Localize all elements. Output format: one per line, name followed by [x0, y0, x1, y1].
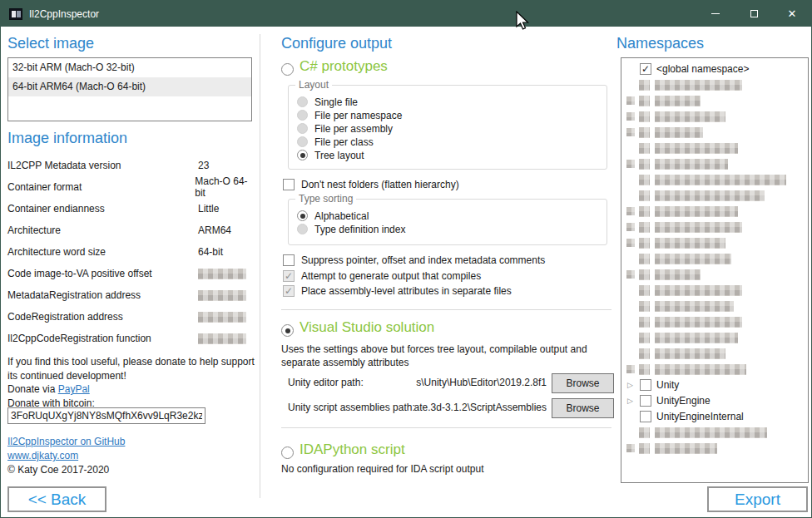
info-row: Code image-to-VA positive offset [7, 263, 257, 284]
assembly-attributes-checkbox[interactable]: ✓ [283, 285, 295, 297]
redacted-row [621, 267, 808, 283]
info-row: MetadataRegistration address [7, 284, 257, 306]
paypal-link[interactable]: PayPal [58, 383, 90, 395]
type-sorting-group-title: Type sorting [295, 193, 356, 205]
suppress-comments-row[interactable]: Suppress pointer, offset and index metad… [283, 254, 545, 266]
layout-option[interactable]: Single file [297, 96, 607, 107]
namespace-row-unity[interactable]: ▷ Unity [621, 377, 808, 393]
redacted-checkbox [639, 443, 650, 454]
info-row: Container endiannessLittle [7, 198, 257, 220]
redacted-checkbox [639, 222, 650, 233]
export-button[interactable]: Export [707, 486, 808, 512]
redacted-checkbox [639, 254, 650, 264]
namespace-row-global[interactable]: ✓ <global namespace> [621, 62, 808, 77]
expander-icon[interactable]: ▷ [627, 397, 633, 405]
attempt-compile-row[interactable]: ✓ Attempt to generate output that compil… [283, 270, 481, 282]
info-value: ARM64 [198, 224, 231, 236]
csharp-prototypes-label[interactable]: C# prototypes [300, 58, 388, 75]
info-value: 64-bit [198, 246, 223, 258]
redacted-text [655, 269, 701, 280]
layout-option[interactable]: Tree layout [297, 150, 607, 160]
redacted-expander [626, 239, 635, 247]
redacted-value [198, 333, 246, 344]
radio-type-definition-index[interactable] [297, 224, 308, 234]
unity-checkbox[interactable] [640, 379, 651, 391]
info-value: Little [198, 203, 219, 215]
info-label: CodeRegistration address [7, 311, 198, 323]
global-namespace-checkbox[interactable]: ✓ [640, 63, 651, 75]
redacted-checkbox [639, 80, 650, 91]
option-label: File per class [314, 136, 374, 148]
visual-studio-radio[interactable] [281, 324, 294, 337]
csharp-prototypes-radio[interactable] [281, 63, 294, 76]
attempt-compile-checkbox[interactable]: ✓ [283, 270, 295, 282]
redacted-checkbox [639, 159, 650, 170]
image-listbox[interactable]: 32-bit ARM (Mach-O 32-bit) 64-bit ARM64 … [7, 57, 252, 121]
info-value: Mach-O 64-bit [195, 175, 257, 199]
copyright-text: © Katy Coe 2017-2020 [7, 464, 109, 476]
info-row: Il2CppCodeRegistration function [7, 328, 257, 349]
github-link[interactable]: Il2CppInspector on GitHub [7, 436, 125, 447]
radio-single-file[interactable] [297, 96, 308, 107]
redacted-value [198, 269, 246, 279]
back-button[interactable]: << Back [7, 486, 106, 512]
section-separator [281, 427, 611, 428]
namespaces-list[interactable]: ✓ <global namespace> ▷ Unity ▷ UnityEngi… [621, 57, 809, 483]
window-title: Il2CppInspector [29, 8, 99, 20]
option-label: Type definition index [314, 224, 405, 235]
dont-nest-folders-checkbox[interactable] [283, 179, 295, 190]
radio-file-per-class[interactable] [297, 136, 308, 147]
type-sorting-option[interactable]: Alphabetical [297, 210, 607, 221]
redacted-value [198, 312, 246, 323]
list-item[interactable]: 32-bit ARM (Mach-O 32-bit) [8, 58, 251, 77]
info-label: Architecture word size [7, 246, 198, 258]
option-label: Alphabetical [314, 210, 369, 222]
redacted-checkbox [639, 269, 650, 280]
layout-option[interactable]: File per namespace [297, 110, 607, 121]
browse-editor-button[interactable]: Browse [552, 373, 614, 393]
unityengine-checkbox[interactable] [640, 395, 651, 407]
unity-editor-path-value[interactable]: s\Unity\Hub\Editor\2019.2.8f1 [380, 377, 547, 388]
suppress-comments-checkbox[interactable] [283, 254, 295, 266]
radio-file-per-namespace[interactable] [297, 110, 308, 121]
unity-script-path-value[interactable]: ate.3d-3.1.2\ScriptAssemblies [380, 402, 547, 413]
redacted-checkbox [639, 175, 650, 185]
maximize-button[interactable] [735, 1, 773, 27]
info-label: Container endianness [7, 203, 198, 215]
layout-option[interactable]: File per assembly [297, 123, 607, 134]
bitcoin-address-input[interactable] [7, 407, 205, 424]
assembly-attributes-row[interactable]: ✓ Place assembly-level attributes in sep… [283, 285, 512, 297]
browse-script-button[interactable]: Browse [552, 398, 614, 418]
app-icon [9, 8, 22, 20]
dont-nest-folders-row[interactable]: Don't nest folders (flatten hierarchy) [283, 179, 459, 190]
donate-via-line: Donate via PayPal [7, 383, 90, 395]
radio-file-per-assembly[interactable] [297, 123, 308, 134]
redacted-text [655, 222, 742, 233]
option-label: Single file [314, 96, 358, 108]
redacted-namespace-rows [621, 77, 808, 377]
minimize-button[interactable] [696, 1, 735, 27]
expander-icon[interactable]: ▷ [627, 381, 633, 389]
idapython-label[interactable]: IDAPython script [300, 442, 405, 458]
radio-alphabetical[interactable] [297, 210, 308, 221]
unityengineinternal-checkbox[interactable] [640, 411, 651, 422]
info-label: Architecture [7, 224, 198, 236]
idapython-radio[interactable] [281, 446, 294, 459]
visual-studio-label[interactable]: Visual Studio solution [300, 319, 434, 336]
redacted-row [621, 346, 808, 362]
layout-option[interactable]: File per class [297, 136, 607, 147]
redacted-row [621, 220, 808, 235]
namespace-row-unityengine[interactable]: ▷ UnityEngine [621, 393, 808, 409]
type-sorting-option[interactable]: Type definition index [297, 224, 607, 234]
redacted-text [655, 111, 725, 122]
redacted-row [621, 156, 808, 172]
close-button[interactable]: ✕ [773, 1, 811, 27]
radio-tree-layout[interactable] [297, 150, 308, 160]
redacted-text [655, 427, 767, 438]
namespace-label: <global namespace> [656, 62, 749, 77]
namespace-label: UnityEngine [656, 393, 710, 409]
namespace-row-unityengineinternal[interactable]: UnityEngineInternal [621, 409, 808, 425]
list-item[interactable]: 64-bit ARM64 (Mach-O 64-bit) [8, 77, 251, 96]
website-link[interactable]: www.djkaty.com [7, 450, 78, 461]
namespace-label: UnityEngineInternal [656, 409, 744, 425]
